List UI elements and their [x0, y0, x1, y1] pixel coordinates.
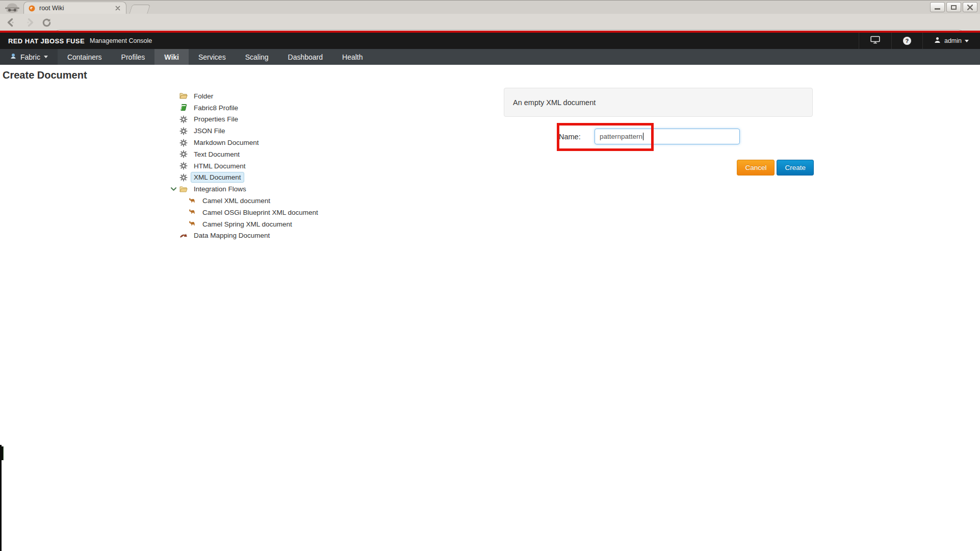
tree-item-label: Folder [191, 91, 216, 102]
nav-item-services[interactable]: Services [189, 49, 236, 65]
tree-item-folder[interactable]: Folder [170, 90, 321, 102]
folder-open-icon [179, 92, 188, 100]
page-title: Create Document [3, 69, 87, 81]
brand-product: RED HAT JBOSS FUSE [8, 37, 85, 45]
new-tab-button[interactable] [129, 5, 150, 14]
gear-icon [179, 115, 188, 123]
tree-item-html-document[interactable]: HTML Document [170, 160, 321, 172]
tree-item-properties-file[interactable]: Properties File [170, 114, 321, 126]
tab-close-icon[interactable] [114, 4, 122, 12]
data-mapping-icon [179, 232, 188, 240]
tree-item-json-file[interactable]: JSON File [170, 125, 321, 137]
window-close-button[interactable] [963, 2, 977, 12]
name-input[interactable]: patternpattern [595, 129, 740, 144]
camel-icon [188, 208, 196, 216]
browser-tab-strip: root Wiki [0, 0, 980, 14]
nav-label: Fabric [20, 53, 40, 61]
chevron-down-icon [44, 56, 48, 58]
nav-item-fabric[interactable]: Fabric [0, 49, 58, 65]
user-name: admin [944, 37, 962, 44]
forward-button[interactable] [23, 16, 37, 29]
tab-title: root Wiki [39, 5, 114, 12]
tree-item-label: HTML Document [191, 161, 249, 171]
tree-item-label: Fabric8 Profile [191, 103, 241, 113]
tree-item-label: Properties File [191, 114, 241, 124]
reload-button[interactable] [40, 16, 53, 29]
create-button[interactable]: Create [777, 160, 814, 176]
tree-item-data-mapping-document[interactable]: Data Mapping Document [170, 230, 321, 242]
nav-label: Containers [67, 53, 102, 61]
cancel-button[interactable]: Cancel [737, 160, 775, 176]
name-label: Name: [559, 133, 586, 141]
user-menu[interactable]: admin [922, 33, 980, 49]
window-left-notch [0, 446, 4, 460]
nav-item-health[interactable]: Health [332, 49, 372, 65]
nav-label: Wiki [164, 53, 179, 61]
document-type-tree: Folder Fabric8 Profile [170, 90, 321, 241]
tree-item-integration-flows[interactable]: Integration Flows [170, 183, 321, 195]
tree-item-label: XML Document [191, 172, 244, 183]
tree-item-camel-osgi-blueprint-xml-document[interactable]: Camel OSGi Blueprint XML document [178, 207, 321, 218]
tree-item-label: Markdown Document [191, 137, 262, 148]
tree-item-camel-spring-xml-document[interactable]: Camel Spring XML document [178, 218, 321, 230]
nav-label: Services [198, 53, 226, 61]
brand-subtitle: Management Console [90, 37, 152, 44]
tree-item-label: Camel OSGi Blueprint XML document [199, 207, 321, 218]
form-buttons: Cancel Create [504, 160, 814, 176]
tree-item-label: JSON File [191, 126, 228, 136]
help-button[interactable]: ? [891, 33, 922, 49]
name-input-value: patternpattern [600, 133, 642, 140]
user-icon [934, 36, 941, 45]
nav-item-dashboard[interactable]: Dashboard [278, 49, 333, 65]
tree-item-label: Camel Spring XML document [199, 219, 295, 230]
tree-item-markdown-document[interactable]: Markdown Document [170, 137, 321, 148]
back-button[interactable] [4, 16, 17, 29]
tree-item-label: Data Mapping Document [191, 230, 273, 241]
chevron-down-icon [965, 40, 969, 42]
tree-item-label: Camel XML document [199, 195, 273, 206]
window-maximize-button[interactable] [946, 2, 961, 12]
chevron-down-icon[interactable] [170, 185, 179, 193]
brand-utilities: ? admin [859, 33, 980, 49]
nav-item-profiles[interactable]: Profiles [112, 49, 155, 65]
window-left-edge [0, 445, 2, 551]
gear-icon [179, 127, 188, 135]
brand-bar: RED HAT JBOSS FUSE Management Console ? … [0, 33, 980, 49]
nav-label: Dashboard [288, 53, 323, 61]
browser-toolbar: localhost:8181/hawtio/wiki/branch/1.0/cr… [0, 14, 980, 31]
browser-tab[interactable]: root Wiki [23, 2, 126, 14]
tree-item-text-document[interactable]: Text Document [170, 148, 321, 160]
main-nav: Fabric Containers Profiles Wiki Services… [0, 49, 980, 65]
tree-item-label: Text Document [191, 149, 243, 160]
camel-icon [188, 220, 196, 228]
nav-label: Health [342, 53, 363, 61]
camel-icon [188, 197, 196, 205]
tree-item-xml-document[interactable]: XML Document [170, 172, 321, 184]
folder-open-icon [179, 185, 188, 193]
nav-item-scaling[interactable]: Scaling [236, 49, 278, 65]
nav-item-wiki[interactable]: Wiki [154, 49, 189, 65]
gear-icon [179, 150, 188, 158]
document-description: An empty XML document [513, 98, 596, 107]
nav-label: Scaling [245, 53, 269, 61]
window-controls [930, 2, 977, 12]
hawtio-favicon-icon [28, 5, 36, 12]
text-cursor [643, 133, 643, 140]
monitor-icon [870, 36, 880, 46]
incognito-icon [3, 2, 21, 15]
help-icon: ? [903, 37, 911, 45]
window-minimize-button[interactable] [930, 2, 945, 12]
gear-icon [179, 139, 188, 147]
nav-label: Profiles [121, 53, 145, 61]
document-description-well: An empty XML document [504, 88, 813, 117]
green-book-icon [179, 104, 188, 112]
tree-item-label: Integration Flows [191, 184, 249, 194]
connect-button[interactable] [859, 33, 891, 49]
fabric-icon [10, 53, 17, 61]
tree-item-camel-xml-document[interactable]: Camel XML document [178, 195, 321, 207]
gear-icon [179, 173, 188, 182]
nav-item-containers[interactable]: Containers [58, 49, 112, 65]
gear-icon [179, 162, 188, 170]
tree-item-fabric8-profile[interactable]: Fabric8 Profile [170, 102, 321, 114]
